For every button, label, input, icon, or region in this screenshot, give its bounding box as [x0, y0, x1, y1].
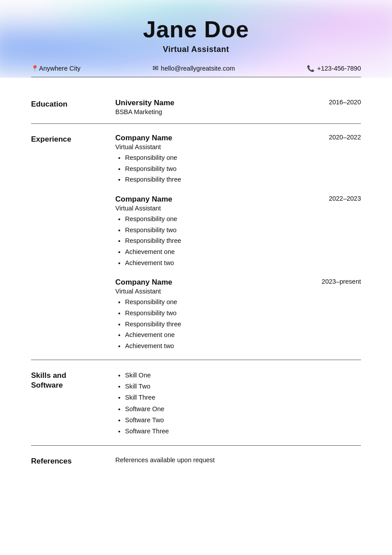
- bullet-item: Achievement one: [125, 246, 361, 258]
- contact-email: hello@reallygreatsite.com: [153, 64, 235, 72]
- degree-text: BSBA Marketing: [115, 108, 174, 115]
- job-bullets: Responsibility oneResponsibility twoResp…: [115, 152, 361, 185]
- education-row: University Name BSBA Marketing 2016–2020: [115, 99, 361, 115]
- bullet-item: Achievement one: [125, 329, 361, 341]
- bullet-item: Responsibility one: [125, 214, 361, 225]
- job-bullets: Responsibility oneResponsibility twoResp…: [115, 297, 361, 351]
- education-label: Education: [31, 99, 115, 115]
- experience-label: Experience: [31, 134, 115, 351]
- job-dates: 2020–2022: [329, 134, 361, 141]
- bullet-item: Responsibility three: [125, 235, 361, 246]
- candidate-title: Virtual Assistant: [31, 45, 361, 54]
- email-text: hello@reallygreatsite.com: [161, 65, 235, 72]
- education-dates: 2016–2020: [329, 99, 361, 106]
- job-role: Virtual Assistant: [115, 143, 361, 151]
- job-entry: Company Name2023–presentVirtual Assistan…: [115, 278, 361, 351]
- phone-text: +123-456-7890: [317, 65, 361, 72]
- references-content: References available upon request: [115, 456, 361, 466]
- bullet-item: Responsibility two: [125, 308, 361, 319]
- bullet-item: Responsibility one: [125, 297, 361, 308]
- bullet-item: Responsibility two: [125, 163, 361, 174]
- job-company: Company Name: [115, 278, 172, 287]
- job-header: Company Name2020–2022: [115, 134, 361, 143]
- bullet-item: Responsibility three: [125, 319, 361, 330]
- skills-divider: [31, 445, 361, 446]
- phone-icon: [307, 65, 314, 72]
- skills-section: Skills and Software Skill OneSkill TwoSk…: [31, 370, 361, 437]
- education-section: Education University Name BSBA Marketing…: [31, 99, 361, 115]
- education-content: University Name BSBA Marketing 2016–2020: [115, 99, 361, 115]
- job-entry: Company Name2022–2023Virtual AssistantRe…: [115, 195, 361, 268]
- education-divider: [31, 123, 361, 124]
- job-dates: 2023–present: [321, 278, 361, 285]
- university-name: University Name: [115, 99, 174, 107]
- references-text: References available upon request: [115, 456, 361, 464]
- job-role: Virtual Assistant: [115, 205, 361, 212]
- skill-item: Skill Three: [125, 392, 361, 403]
- skills-label: Skills and Software: [31, 370, 115, 437]
- skill-item: Software Three: [125, 426, 361, 437]
- job-entry: Company Name2020–2022Virtual AssistantRe…: [115, 134, 361, 185]
- experience-divider: [31, 360, 361, 360]
- skills-content: Skill OneSkill TwoSkill ThreeSoftware On…: [115, 370, 361, 437]
- job-role: Virtual Assistant: [115, 288, 361, 295]
- bullet-item: Responsibility two: [125, 225, 361, 236]
- location-text: Anywhere City: [39, 65, 80, 72]
- contact-row: Anywhere City hello@reallygreatsite.com …: [31, 64, 361, 72]
- header-divider: [31, 77, 361, 77]
- bullet-item: Achievement two: [125, 258, 361, 269]
- header-section: Jane Doe Virtual Assistant Anywhere City…: [31, 0, 361, 89]
- location-icon: [31, 65, 36, 72]
- skill-item: Software Two: [125, 415, 361, 426]
- job-dates: 2022–2023: [329, 195, 361, 202]
- email-icon: [153, 64, 158, 72]
- contact-phone: +123-456-7890: [307, 65, 361, 72]
- skill-item: Skill Two: [125, 381, 361, 392]
- bullet-item: Responsibility three: [125, 174, 361, 185]
- job-company: Company Name: [115, 195, 172, 204]
- skill-item: Skill One: [125, 370, 361, 381]
- references-section: References References available upon req…: [31, 456, 361, 466]
- experience-section: Experience Company Name2020–2022Virtual …: [31, 134, 361, 351]
- experience-content: Company Name2020–2022Virtual AssistantRe…: [115, 134, 361, 351]
- candidate-name: Jane Doe: [31, 17, 361, 42]
- job-header: Company Name2023–present: [115, 278, 361, 287]
- bullet-item: Achievement two: [125, 341, 361, 352]
- job-header: Company Name2022–2023: [115, 195, 361, 204]
- job-company: Company Name: [115, 134, 172, 143]
- education-info: University Name BSBA Marketing: [115, 99, 174, 115]
- skill-item: Software One: [125, 404, 361, 415]
- bullet-item: Responsibility one: [125, 152, 361, 163]
- contact-location: Anywhere City: [31, 65, 80, 72]
- skills-list: Skill OneSkill TwoSkill ThreeSoftware On…: [115, 370, 361, 437]
- references-label: References: [31, 456, 115, 466]
- job-bullets: Responsibility oneResponsibility twoResp…: [115, 214, 361, 268]
